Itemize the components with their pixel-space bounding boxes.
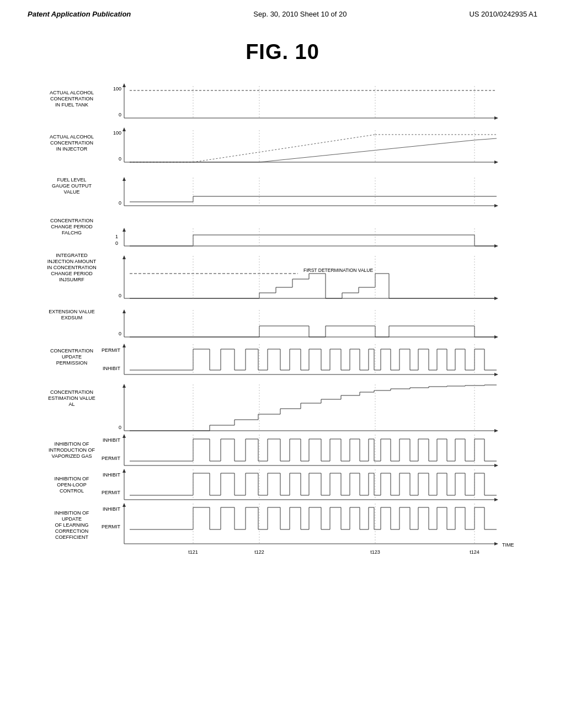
- svg-marker-131: [122, 344, 126, 347]
- svg-text:CONCENTRATION: CONCENTRATION: [50, 348, 93, 354]
- svg-text:INJSUMRF: INJSUMRF: [59, 277, 84, 282]
- figure-title: FIG. 10: [0, 40, 565, 64]
- header-center: Sep. 30, 2010 Sheet 10 of 20: [253, 10, 347, 18]
- svg-text:PERMIT: PERMIT: [102, 490, 121, 495]
- svg-text:INTEGRATED: INTEGRATED: [56, 253, 88, 258]
- svg-text:PERMIT: PERMIT: [102, 524, 121, 529]
- main-chart: .label-text { font-size: 9px; font-famil…: [22, 75, 546, 698]
- svg-text:IN FUEL TANK: IN FUEL TANK: [55, 102, 88, 108]
- svg-marker-398: [122, 503, 126, 507]
- svg-text:t123: t123: [370, 549, 380, 555]
- svg-text:INJECTION AMOUNT: INJECTION AMOUNT: [47, 259, 97, 264]
- svg-text:PERMIT: PERMIT: [102, 456, 121, 461]
- svg-marker-20: [122, 127, 126, 131]
- svg-text:INHIBIT: INHIBIT: [103, 472, 121, 478]
- page-header: Patent Application Publication Sep. 30, …: [0, 0, 565, 24]
- svg-text:t121: t121: [188, 549, 198, 555]
- svg-marker-250: [494, 464, 498, 467]
- svg-text:EXTENSION VALUE: EXTENSION VALUE: [49, 309, 94, 314]
- svg-text:0: 0: [119, 293, 121, 298]
- row-actual-alcohol-tank: ACTUAL ALCOHOL CONCENTRATION IN FUEL TAN…: [50, 83, 498, 120]
- svg-marker-73: [122, 255, 126, 259]
- row-fuel-level-gauge: FUEL LEVEL GAUGE OUTPUT VALUE 0: [52, 177, 498, 207]
- svg-text:CHANGE PERIOD: CHANGE PERIOD: [51, 271, 93, 276]
- svg-text:0: 0: [119, 200, 121, 206]
- svg-marker-22: [494, 160, 498, 164]
- svg-text:CONCENTRATION: CONCENTRATION: [50, 140, 93, 146]
- svg-text:t122: t122: [254, 549, 264, 555]
- svg-text:IN INJECTOR: IN INJECTOR: [56, 146, 88, 152]
- svg-text:ACTUAL ALCOHOL: ACTUAL ALCOHOL: [50, 134, 94, 140]
- svg-text:PERMISSION: PERMISSION: [56, 360, 88, 366]
- header-right: US 2010/0242935 A1: [469, 10, 537, 18]
- svg-text:INHIBITION OF: INHIBITION OF: [55, 510, 90, 516]
- row-inhibition-open-loop: INHIBITION OF OPEN-LOOP CONTROL INHIBIT …: [55, 469, 499, 501]
- svg-text:EXDSUM: EXDSUM: [61, 315, 83, 320]
- svg-text:VALUE: VALUE: [64, 189, 80, 195]
- page: Patent Application Publication Sep. 30, …: [0, 0, 565, 728]
- svg-text:CONCENTRATION: CONCENTRATION: [50, 389, 93, 395]
- svg-text:0: 0: [115, 240, 118, 246]
- row-inhibition-vaporized: INHIBITION OF INTRODUCTION OF VAPORIZED …: [49, 434, 498, 467]
- svg-text:CHANGE PERIOD: CHANGE PERIOD: [51, 224, 93, 229]
- svg-text:INHIBIT: INHIBIT: [103, 437, 121, 443]
- svg-line-24: [193, 135, 375, 162]
- svg-text:PERMIT: PERMIT: [102, 347, 121, 353]
- svg-marker-40: [494, 204, 498, 207]
- svg-marker-248: [122, 434, 126, 438]
- svg-marker-324: [494, 498, 498, 501]
- svg-text:t124: t124: [470, 549, 479, 555]
- svg-text:OPEN-LOOP: OPEN-LOOP: [57, 482, 87, 488]
- svg-text:TIME: TIME: [502, 542, 514, 548]
- svg-text:IN CONCENTRATION: IN CONCENTRATION: [47, 265, 96, 270]
- svg-text:100: 100: [113, 130, 121, 136]
- svg-text:COEFFICIENT: COEFFICIENT: [55, 534, 89, 540]
- row-integrated-injection: INTEGRATED INJECTION AMOUNT IN CONCENTRA…: [47, 253, 498, 300]
- row-actual-alcohol-injector: ACTUAL ALCOHOL CONCENTRATION IN INJECTOR…: [50, 127, 498, 164]
- svg-marker-54: [122, 228, 126, 232]
- svg-text:0: 0: [119, 112, 121, 117]
- svg-text:CORRECTION: CORRECTION: [55, 528, 89, 534]
- svg-text:INHIBITION OF: INHIBITION OF: [55, 441, 90, 447]
- svg-marker-322: [122, 469, 126, 473]
- svg-text:ACTUAL ALCOHOL: ACTUAL ALCOHOL: [50, 90, 94, 95]
- svg-text:CONCENTRATION: CONCENTRATION: [50, 96, 93, 101]
- svg-text:INTRODUCTION OF: INTRODUCTION OF: [49, 447, 95, 453]
- header-left: Patent Application Publication: [28, 10, 131, 18]
- svg-text:OF LEARNING: OF LEARNING: [55, 522, 88, 528]
- svg-line-27: [259, 140, 475, 162]
- row-concentration-change-period: CONCENTRATION CHANGE PERIOD FALCHG 1 0: [50, 218, 498, 248]
- svg-text:0: 0: [119, 156, 121, 162]
- row-concentration-estimation: CONCENTRATION ESTIMATION VALUE AL 0: [48, 384, 498, 432]
- row-extension-value: EXTENSION VALUE EXDSUM 0: [49, 309, 498, 339]
- svg-text:FALCHG: FALCHG: [62, 230, 82, 235]
- svg-text:GAUGE OUTPUT: GAUGE OUTPUT: [52, 183, 92, 189]
- svg-text:INHIBIT: INHIBIT: [103, 366, 121, 371]
- svg-text:INHIBIT: INHIBIT: [103, 506, 121, 512]
- svg-marker-206: [494, 429, 498, 432]
- svg-marker-204: [122, 384, 126, 388]
- svg-text:UPDATE: UPDATE: [62, 354, 82, 360]
- svg-marker-38: [122, 177, 126, 181]
- svg-text:VAPORIZED GAS: VAPORIZED GAS: [52, 453, 92, 459]
- svg-text:FUEL LEVEL: FUEL LEVEL: [57, 177, 86, 183]
- svg-text:AL: AL: [68, 402, 74, 407]
- row-concentration-update-permission: CONCENTRATION UPDATE PERMISSION PERMIT I…: [50, 344, 498, 376]
- svg-text:INHIBITION OF: INHIBITION OF: [55, 476, 90, 481]
- row-inhibition-update-learning: INHIBITION OF UPDATE OF LEARNING CORRECT…: [55, 503, 514, 555]
- svg-text:FIRST DETERMINATION VALUE: FIRST DETERMINATION VALUE: [303, 267, 373, 273]
- svg-marker-133: [494, 373, 498, 376]
- svg-marker-6: [122, 83, 126, 87]
- svg-text:0: 0: [119, 331, 121, 336]
- svg-marker-400: [494, 542, 498, 545]
- svg-line-28: [475, 138, 497, 140]
- svg-marker-8: [494, 116, 498, 120]
- svg-text:0: 0: [119, 425, 121, 430]
- svg-text:100: 100: [113, 86, 121, 92]
- svg-text:UPDATE: UPDATE: [62, 516, 82, 522]
- svg-text:CONTROL: CONTROL: [60, 488, 84, 494]
- svg-text:ESTIMATION VALUE: ESTIMATION VALUE: [48, 395, 95, 401]
- svg-marker-105: [122, 309, 126, 313]
- svg-text:CONCENTRATION: CONCENTRATION: [50, 218, 93, 223]
- svg-text:1: 1: [115, 234, 118, 239]
